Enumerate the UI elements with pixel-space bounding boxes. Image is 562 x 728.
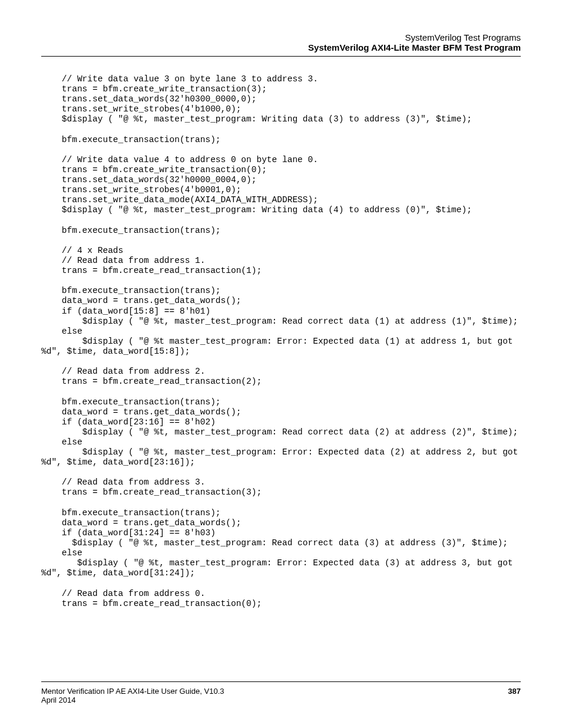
page: SystemVerilog Test Programs SystemVerilo… — [0, 0, 562, 728]
code-listing: // Write data value 3 on byte lane 3 to … — [41, 74, 521, 609]
page-footer: Mentor Verification IP AE AXI4-Lite User… — [41, 681, 521, 704]
footer-row: Mentor Verification IP AE AXI4-Lite User… — [41, 687, 521, 696]
footer-date: April 2014 — [41, 696, 521, 704]
header-title: SystemVerilog AXI4-Lite Master BFM Test … — [41, 42, 521, 52]
footer-doc-title: Mentor Verification IP AE AXI4-Lite User… — [41, 687, 224, 696]
header-category: SystemVerilog Test Programs — [41, 32, 521, 42]
footer-rule — [41, 681, 521, 682]
header-rule — [41, 56, 521, 57]
page-number: 387 — [508, 687, 521, 696]
page-header: SystemVerilog Test Programs SystemVerilo… — [41, 32, 521, 52]
